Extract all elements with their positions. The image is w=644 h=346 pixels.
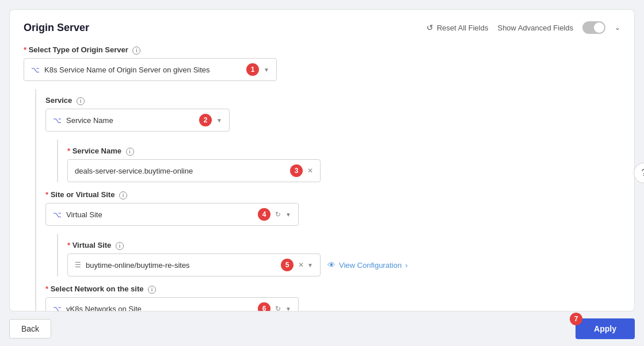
site-section: Site or Virtual Site i ⌥ Virtual Site 4 … [45,190,620,226]
type-select-text: K8s Service Name of Origin Server on giv… [44,66,239,74]
apply-button[interactable]: 7 Apply [576,318,635,339]
footer-bar: Back 7 Apply [0,312,644,346]
type-tree-icon: ⌥ [31,66,40,74]
network-tree-icon: ⌥ [53,305,62,312]
type-info-icon[interactable]: i [132,47,140,55]
apply-label: Apply [594,324,616,333]
virtual-site-indent: Virtual Site i ☰ buytime-online/buytime-… [57,234,620,276]
type-section: Select Type of Origin Server i ⌥ K8s Ser… [24,45,620,81]
service-chevron-icon: ▼ [216,117,222,124]
service-tree-icon: ⌥ [53,116,62,125]
network-section: Select Network on the site i ⌥ vK8s Netw… [45,285,620,312]
service-info-icon[interactable]: i [77,97,85,105]
type-select[interactable]: ⌥ K8s Service Name of Origin Server on g… [24,58,277,81]
site-chevron-icon: ▼ [285,212,291,218]
network-step-badge: 6 [258,302,270,312]
reset-icon: ↺ [426,23,433,32]
virtual-site-info-icon[interactable]: i [116,242,124,250]
network-label: Select Network on the site i [45,285,620,294]
virtual-site-label: Virtual Site i [67,241,620,250]
view-config-chevron-icon: › [405,261,407,270]
view-config-label: View Configuration [339,261,402,270]
back-button[interactable]: Back [9,319,51,339]
advanced-fields-toggle[interactable] [582,21,605,34]
site-select-text: Virtual Site [66,210,251,219]
reset-label: Reset All Fields [437,24,489,32]
collapse-icon[interactable]: ⌄ [615,24,620,32]
network-select-text: vK8s Networks on Site [66,305,251,312]
virtual-site-row: ☰ buytime-online/buytime-re-sites 5 ✕ ▼ … [67,253,620,276]
service-name-input-wrapper: 3 ✕ [67,159,321,182]
service-name-info-icon[interactable]: i [126,148,134,156]
virtual-site-clear-icon[interactable]: ✕ [298,261,304,269]
network-info-icon[interactable]: i [148,286,156,294]
service-step-badge: 2 [199,114,212,126]
page-container: Origin Server ↺ Reset All Fields Show Ad… [0,0,644,346]
service-label: Service i [45,96,620,105]
virtual-site-section: Virtual Site i ☰ buytime-online/buytime-… [67,241,620,276]
page-title: Origin Server [24,22,89,34]
network-select[interactable]: ⌥ vK8s Networks on Site 6 ↻ ▼ [45,297,299,312]
advanced-fields-label: Show Advanced Fields [497,24,573,32]
service-name-step-badge: 3 [290,164,303,177]
virtual-site-doc-icon: ☰ [75,261,81,269]
virtual-site-chevron-icon: ▼ [307,262,313,268]
service-select-text: Service Name [66,116,192,125]
view-configuration-link[interactable]: 👁 View Configuration › [327,260,407,270]
site-tree-icon: ⌥ [53,210,62,219]
virtual-site-actions: ✕ ▼ [298,261,313,269]
virtual-site-input-wrapper: ☰ buytime-online/buytime-re-sites 5 ✕ ▼ [67,253,321,276]
type-step-badge: 1 [246,63,259,76]
reset-all-button[interactable]: ↺ Reset All Fields [426,23,489,32]
card-header: Origin Server ↺ Reset All Fields Show Ad… [24,21,620,34]
type-label: Select Type of Origin Server i [24,45,620,55]
service-select[interactable]: ⌥ Service Name 2 ▼ [45,109,230,132]
type-chevron-icon: ▼ [264,67,269,73]
service-name-input[interactable] [75,167,283,175]
service-name-indent: Service Name i 3 ✕ [57,140,620,182]
site-label: Site or Virtual Site i [45,190,620,199]
site-select[interactable]: ⌥ Virtual Site 4 ↻ ▼ [45,203,299,226]
main-card: Origin Server ↺ Reset All Fields Show Ad… [9,9,635,312]
help-button[interactable]: ? [634,163,635,183]
site-info-icon[interactable]: i [119,191,127,199]
service-indent: Service i ⌥ Service Name 2 ▼ Service Nam… [35,89,620,312]
eye-icon: 👁 [327,260,336,270]
virtual-site-step-badge: 5 [281,259,294,271]
service-section: Service i ⌥ Service Name 2 ▼ [45,96,620,132]
virtual-site-value: buytime-online/buytime-re-sites [86,261,274,270]
network-refresh-icon[interactable]: ↻ [275,305,281,312]
service-name-section: Service Name i 3 ✕ [67,147,620,182]
network-chevron-icon: ▼ [285,306,291,312]
service-name-clear-icon[interactable]: ✕ [307,167,313,175]
header-actions: ↺ Reset All Fields Show Advanced Fields … [426,21,620,34]
service-name-label: Service Name i [67,147,620,156]
site-step-badge: 4 [258,208,270,221]
apply-step-badge: 7 [570,313,582,325]
site-refresh-icon[interactable]: ↻ [275,210,281,218]
